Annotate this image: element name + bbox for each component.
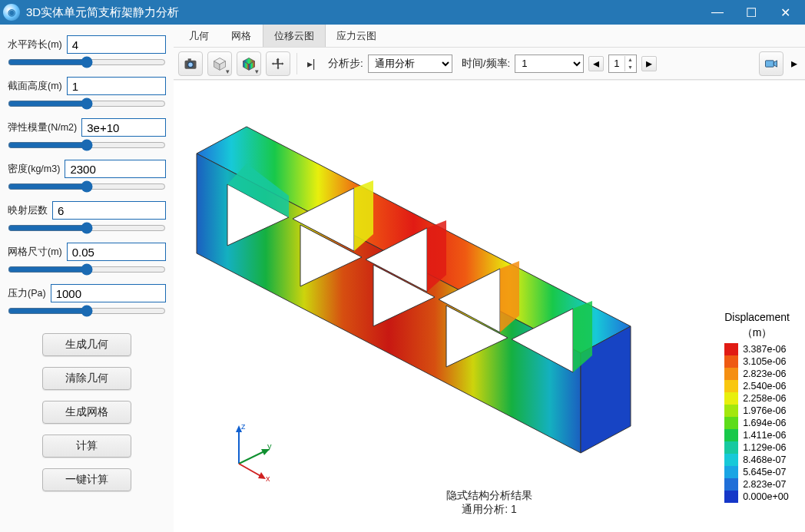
view-cube-icon[interactable] [207, 51, 232, 76]
compute-button[interactable]: 计算 [42, 435, 131, 458]
analysis-step-label: 分析步: [328, 57, 363, 71]
legend-swatch [724, 454, 738, 466]
legend-value: 2.258e-06 [743, 392, 786, 405]
legend-row: 2.258e-06 [724, 392, 790, 405]
collapse-left-icon[interactable]: ▸| [303, 51, 319, 76]
legend-value: 3.105e-06 [743, 355, 786, 368]
param-slider-1[interactable] [8, 100, 166, 107]
titlebar: ◉ 3D实体单元简支桁架静力分析 ― ☐ ✕ [0, 0, 805, 25]
tab-0[interactable]: 几何 [178, 25, 220, 47]
param-label: 弹性模量(N/m2) [8, 121, 77, 134]
time-freq-label: 时间/频率: [462, 57, 511, 71]
legend-swatch [724, 355, 738, 368]
parameters-panel: 水平跨长(m) 截面高度(m) 弹性模量(N/m2) 密度(kg/m3) 映射层… [0, 25, 174, 532]
tab-3[interactable]: 应力云图 [326, 25, 388, 47]
separator [296, 53, 297, 74]
legend-swatch [724, 429, 738, 441]
legend-swatch [724, 380, 738, 392]
svg-line-31 [239, 464, 262, 477]
one-click-compute-button[interactable]: 一键计算 [42, 468, 131, 491]
param-slider-6[interactable] [8, 307, 166, 315]
param-slider-4[interactable] [8, 224, 166, 232]
legend-value: 1.694e-06 [743, 417, 786, 429]
svg-text:z: z [241, 421, 246, 431]
param-input-1[interactable] [67, 77, 166, 95]
svg-marker-10 [774, 60, 777, 66]
legend-row: 1.694e-06 [724, 417, 790, 429]
legend-row: 0.000e+00 [724, 491, 790, 503]
legend-value: 3.387e-06 [743, 343, 786, 355]
param-input-5[interactable] [67, 243, 166, 261]
param-slider-0[interactable] [8, 58, 166, 66]
view-pane: 几何网格位移云图应力云图 ▸| 分析步: 通用分析 时间/频率: 1 ◂ 1▲▼… [174, 25, 805, 532]
legend-swatch [724, 392, 738, 405]
param-input-2[interactable] [81, 118, 166, 137]
collapse-right-icon[interactable]: ▸ [788, 51, 800, 76]
legend-swatch [724, 491, 738, 503]
orientation-axes: z y x [220, 421, 281, 486]
legend-unit: （m） [724, 326, 790, 340]
pan-icon[interactable] [266, 51, 290, 76]
generate-geometry-button[interactable]: 生成几何 [42, 333, 131, 356]
colormap-cube-icon[interactable] [237, 51, 261, 76]
view-tabs: 几何网格位移云图应力云图 [174, 25, 805, 48]
param-slider-2[interactable] [8, 141, 166, 149]
result-caption: 隐式结构分析结果 通用分析: 1 [446, 489, 532, 517]
legend-swatch [724, 405, 738, 417]
param-input-4[interactable] [52, 201, 166, 220]
legend-row: 1.976e-06 [724, 405, 790, 417]
legend-title: Displacement [724, 311, 790, 323]
camera-icon[interactable] [178, 51, 203, 76]
maximize-button[interactable]: ☐ [734, 0, 768, 25]
legend-value: 2.823e-06 [743, 368, 786, 380]
legend-row: 1.129e-06 [724, 441, 790, 454]
legend-swatch [724, 466, 738, 478]
render-canvas[interactable]: z y x 隐式结构分析结果 通用分析: 1 Displacement （m） … [174, 80, 805, 532]
legend-row: 1.411e-06 [724, 429, 790, 441]
tab-2[interactable]: 位移云图 [263, 25, 326, 47]
legend-row: 5.645e-07 [724, 466, 790, 478]
param-label: 截面高度(m) [8, 80, 62, 93]
legend-row: 3.387e-06 [724, 343, 790, 355]
param-slider-3[interactable] [8, 183, 166, 190]
view-toolbar: ▸| 分析步: 通用分析 时间/频率: 1 ◂ 1▲▼ ▸ ▸ [174, 48, 805, 80]
color-legend: Displacement （m） 3.387e-063.105e-062.823… [724, 311, 790, 503]
legend-swatch [724, 368, 738, 380]
app-logo-icon: ◉ [3, 4, 20, 21]
param-label: 密度(kg/m3) [8, 163, 60, 176]
legend-row: 8.468e-07 [724, 454, 790, 466]
legend-row: 2.823e-07 [724, 478, 790, 491]
param-label: 网格尺寸(m) [8, 246, 62, 259]
svg-rect-2 [188, 58, 191, 61]
legend-value: 8.468e-07 [743, 454, 786, 466]
clear-geometry-button[interactable]: 清除几何 [42, 367, 131, 390]
close-button[interactable]: ✕ [768, 0, 802, 25]
tab-1[interactable]: 网格 [220, 25, 263, 47]
legend-swatch [724, 478, 738, 491]
legend-value: 0.000e+00 [743, 491, 788, 503]
svg-line-29 [239, 451, 266, 464]
time-freq-select[interactable]: 1 [515, 55, 584, 73]
param-label: 压力(Pa) [8, 287, 46, 300]
main: 水平跨长(m) 截面高度(m) 弹性模量(N/m2) 密度(kg/m3) 映射层… [0, 25, 805, 532]
svg-point-1 [188, 61, 194, 67]
legend-value: 2.823e-07 [743, 478, 786, 491]
svg-text:y: y [267, 441, 272, 451]
legend-value: 1.129e-06 [743, 441, 786, 454]
param-input-6[interactable] [51, 284, 166, 302]
legend-swatch [724, 343, 738, 355]
minimize-button[interactable]: ― [701, 0, 734, 25]
legend-row: 2.540e-06 [724, 380, 790, 392]
param-input-0[interactable] [67, 35, 166, 54]
param-input-3[interactable] [65, 160, 166, 178]
window-title: 3D实体单元简支桁架静力分析 [26, 5, 701, 20]
video-record-icon[interactable] [759, 51, 783, 76]
param-slider-5[interactable] [8, 266, 166, 273]
next-frame-icon[interactable]: ▸ [641, 56, 657, 71]
prev-frame-icon[interactable]: ◂ [588, 56, 604, 71]
generate-mesh-button[interactable]: 生成网格 [42, 401, 131, 424]
legend-value: 5.645e-07 [743, 466, 786, 478]
frame-spinner[interactable]: 1▲▼ [608, 55, 636, 73]
legend-row: 2.823e-06 [724, 368, 790, 380]
analysis-step-select[interactable]: 通用分析 [368, 55, 452, 73]
